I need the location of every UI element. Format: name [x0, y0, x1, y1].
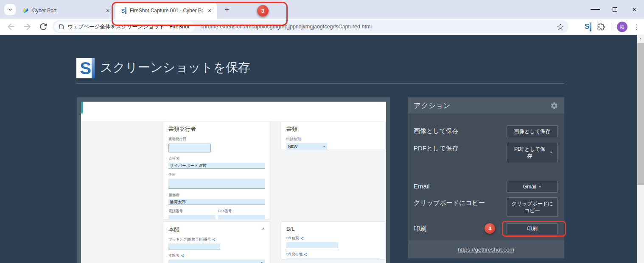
actions-header: アクション	[408, 97, 564, 114]
browser-toolbar: ウェブページ全体をスクリーンショット - FireShot chrome-ext…	[0, 19, 644, 35]
cyber-port-favicon-icon	[22, 7, 29, 14]
maximize-icon	[613, 7, 617, 12]
tab-strip: Cyber Port ✕ S FireShot Capture 001 - Cy…	[0, 0, 644, 19]
copy-clipboard-button[interactable]: クリップボードにコピー	[507, 197, 558, 217]
scroll-up-icon[interactable]: ▲	[637, 35, 644, 42]
phone-input[interactable]	[168, 215, 216, 219]
bl-place-select[interactable]: ▼	[286, 258, 380, 260]
page-title: スクリーンショットを保存	[100, 59, 250, 76]
person-input[interactable]: 港湾太郎	[168, 199, 265, 205]
share-icon	[300, 237, 304, 240]
issue-date-input[interactable]	[168, 144, 211, 152]
field-label: ブッキング(船腹予約)番号	[168, 237, 265, 242]
share-icon	[181, 254, 184, 257]
tab-close-icon[interactable]: ✕	[104, 7, 111, 14]
minimize-button[interactable]	[585, 0, 605, 19]
field-label: 会社名	[168, 156, 265, 161]
window-controls: ✕	[585, 0, 644, 19]
actions-footer: https://getfireshot.com	[408, 241, 564, 258]
reload-icon[interactable]	[38, 22, 48, 32]
annotation-badge-4: 4	[484, 223, 495, 234]
back-icon[interactable]	[6, 22, 16, 32]
field-label: 本船名	[168, 253, 265, 258]
browser-window: Cyber Port ✕ S FireShot Capture 001 - Cy…	[0, 0, 644, 263]
booking-number-input[interactable]	[168, 244, 220, 249]
header-divider	[76, 83, 564, 84]
tab-search-button[interactable]	[4, 4, 16, 15]
scrollbar-thumb[interactable]	[637, 43, 644, 185]
action-label: PDFとして保存	[414, 143, 507, 162]
toolbar-right-icons: S 港 ⋮	[582, 21, 640, 32]
field-label: FAX番号	[218, 209, 265, 214]
field-label: 住所	[168, 172, 265, 177]
fireshot-extension-icon[interactable]: S	[582, 22, 591, 31]
tab-title: Cyber Port	[32, 8, 101, 14]
save-image-button[interactable]: 画像として保存	[507, 125, 558, 137]
field-label: B/L種別	[286, 236, 380, 241]
application-type-select[interactable]: NEW ▼	[286, 143, 327, 150]
caret-down-icon: ▼	[550, 150, 553, 154]
getfireshot-link[interactable]: https://getfireshot.com	[458, 246, 514, 253]
card-documents: 書類 申請種別 NEW ▼	[281, 121, 386, 150]
save-pdf-button[interactable]: PDFとして保存 ▼	[507, 143, 558, 162]
address-textarea[interactable]	[168, 179, 265, 189]
minimize-icon	[591, 9, 600, 10]
card-title: B/L	[286, 226, 380, 232]
field-label: 担当者	[168, 193, 265, 198]
field-label: 書類発行日	[168, 137, 265, 142]
card-bl: B/L B/L種別 B/L発行地 ▼	[281, 221, 385, 260]
action-label: クリップボードにコピー	[414, 197, 507, 217]
fax-input[interactable]	[218, 215, 265, 219]
forward-icon[interactable]	[22, 22, 32, 32]
vessel-name-select[interactable]: ▼	[168, 260, 265, 263]
capture-preview-frame: 書類発行者 書類発行日 会社名 サイバーポート運営 住所 担当者 港湾太郎 電話…	[77, 97, 390, 263]
gmail-button[interactable]: Gmail ▼	[507, 181, 558, 193]
action-label: 画像として保存	[414, 125, 507, 138]
company-input[interactable]: サイバーポート運営	[168, 163, 265, 169]
card-title: 書類	[286, 125, 380, 133]
select-value: NEW	[288, 144, 297, 149]
caret-down-icon: ▼	[260, 262, 263, 263]
captured-page-header	[81, 102, 386, 121]
gear-icon[interactable]	[550, 102, 558, 110]
field-label: 電話番号	[168, 209, 216, 214]
share-icon	[212, 238, 216, 241]
action-row-clipboard: クリップボードにコピー クリップボードにコピー	[414, 197, 558, 217]
card-document-issuer: 書類発行者 書類発行日 会社名 サイバーポート運営 住所 担当者 港湾太郎 電話…	[163, 121, 270, 219]
chevron-down-icon	[8, 7, 13, 12]
bl-kind-input[interactable]	[286, 242, 338, 248]
action-row-save-pdf: PDFとして保存 PDFとして保存 ▼	[414, 143, 558, 162]
card-title: 書類発行者	[168, 125, 265, 133]
actions-title: アクション	[414, 101, 550, 111]
annotation-rect-print	[502, 221, 566, 237]
page-scrollbar[interactable]: ▲	[637, 35, 644, 263]
close-window-button[interactable]: ✕	[624, 0, 644, 19]
extensions-puzzle-icon[interactable]	[597, 22, 605, 31]
tab-cyber-port[interactable]: Cyber Port ✕	[18, 3, 115, 19]
share-icon	[304, 253, 307, 256]
toolbar-separator	[611, 23, 611, 30]
caret-down-icon: ▼	[538, 185, 541, 188]
profile-avatar[interactable]: 港	[617, 22, 627, 32]
page-icon	[59, 24, 64, 30]
card-title: 本船	[168, 226, 265, 233]
maximize-button[interactable]	[605, 0, 624, 19]
caret-down-icon: ▼	[323, 145, 325, 148]
field-label: 申請種別	[286, 137, 380, 142]
captured-page: 書類発行者 書類発行日 会社名 サイバーポート運営 住所 担当者 港湾太郎 電話…	[81, 102, 386, 263]
annotation-badge-3: 3	[257, 5, 269, 17]
bookmark-star-icon[interactable]	[557, 23, 564, 30]
teal-accent-bar	[81, 102, 83, 114]
action-row-save-image: 画像として保存 画像として保存	[414, 125, 558, 138]
fireshot-logo: S	[76, 58, 95, 78]
card-vessel: 本船 ∧ ブッキング(船腹予約)番号 本船名 ▼	[163, 221, 270, 263]
collapse-chevron-icon[interactable]: ∧	[262, 227, 265, 231]
browser-menu-icon[interactable]: ⋮	[633, 23, 640, 31]
action-row-email: Email Gmail ▼	[414, 181, 558, 193]
field-label: B/L発行地	[286, 252, 380, 257]
action-label: Email	[414, 181, 507, 193]
